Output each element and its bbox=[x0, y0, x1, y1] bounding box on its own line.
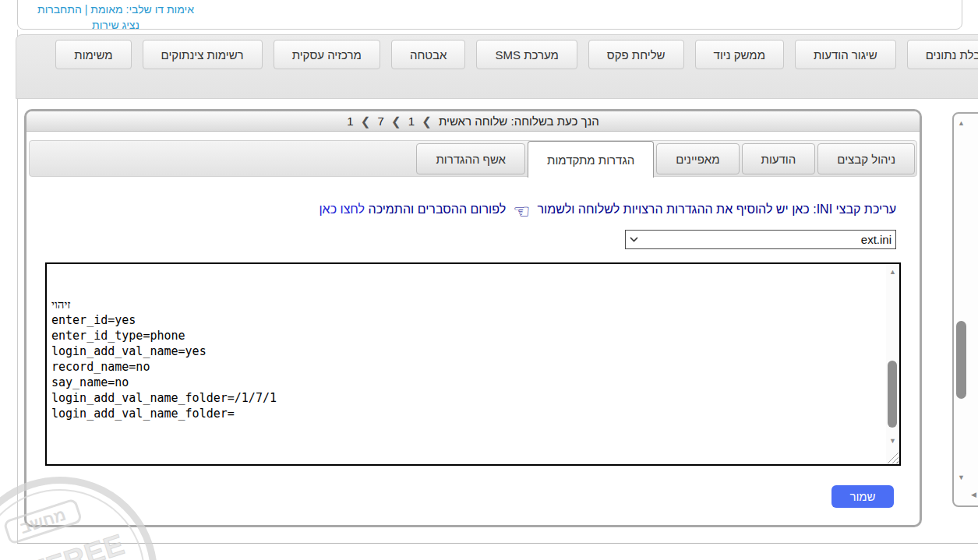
service-agent-link[interactable]: נציג שירות bbox=[32, 18, 199, 33]
scroll-left-icon[interactable]: ◀ bbox=[971, 491, 976, 498]
breadcrumb-level-2[interactable]: 7 bbox=[377, 114, 383, 128]
forum-help-link[interactable]: לחצו כאן bbox=[319, 203, 365, 216]
tab-file-management[interactable]: ניהול קבצים bbox=[817, 143, 915, 174]
scroll-down-icon[interactable]: ▼ bbox=[886, 436, 899, 446]
account-status[interactable]: אימות דו שלבי: מאומת | התחברות bbox=[32, 2, 199, 17]
pointing-hand-icon: ☜ bbox=[513, 203, 530, 219]
nav-tab-security[interactable]: אבטחה bbox=[391, 40, 466, 69]
chevron-left-icon: ❮ bbox=[418, 111, 436, 131]
nav-tab-data-reception[interactable]: ניהול קבלת נתונים bbox=[907, 40, 978, 69]
nav-tab-business-pbx[interactable]: מרכזיה עסקית bbox=[274, 40, 380, 69]
settings-tab-strip: ניהול קבצים הודעות מאפיינים הגדרות מתקדמ… bbox=[29, 140, 917, 177]
main-nav-tabs: ניהול קבלת נתונים שיגור הודעות ממשק ניוד… bbox=[55, 40, 978, 69]
nav-tab-send-fax[interactable]: שליחת פקס bbox=[588, 40, 684, 69]
side-scrollbar-thumb[interactable] bbox=[956, 321, 966, 399]
chevron-left-icon: ❮ bbox=[357, 111, 375, 131]
scroll-up-icon[interactable]: ▲ bbox=[886, 267, 899, 276]
ini-file-select[interactable]: ext.ini bbox=[625, 230, 896, 249]
nav-tab-tasks[interactable]: משימות bbox=[55, 40, 131, 69]
breadcrumb: הנך כעת בשלוחה: שלוחה ראשית ❮ 1 ❮ 7 ❮ 1 bbox=[26, 111, 920, 132]
nav-tab-porting-interface[interactable]: ממשק ניוד bbox=[695, 40, 784, 69]
textarea-scrollbar-thumb[interactable] bbox=[888, 361, 897, 428]
chevron-left-icon: ❮ bbox=[387, 111, 405, 131]
nav-tab-sms-system[interactable]: מערכת SMS bbox=[476, 40, 577, 69]
forum-help-text: לפורום ההסברים והתמיכה לחצו כאן bbox=[319, 203, 506, 217]
nav-tab-callback-lists[interactable]: רשימות צינתוקים bbox=[143, 40, 263, 69]
ini-file-select-value: ext.ini bbox=[861, 233, 895, 246]
tab-properties[interactable]: מאפיינים bbox=[656, 143, 739, 174]
resize-grip-icon[interactable] bbox=[887, 452, 899, 463]
page: { "account_bar": { "status_line": "אימות… bbox=[0, 0, 978, 560]
ini-editor-textarea[interactable] bbox=[47, 264, 886, 464]
tab-advanced-settings[interactable]: הגדרות מתקדמות bbox=[528, 141, 654, 178]
nav-tab-send-messages[interactable]: שיגור הודעות bbox=[795, 40, 896, 69]
ini-instruction-line: עריכת קבצי INI: כאן יש להוסיף את ההגדרות… bbox=[319, 202, 896, 217]
account-box: אימות דו שלבי: מאומת | התחברות נציג שירו… bbox=[17, 0, 962, 30]
save-button[interactable]: שמור bbox=[831, 485, 894, 508]
breadcrumb-level-1[interactable]: 1 bbox=[408, 114, 415, 128]
extension-panel: הנך כעת בשלוחה: שלוחה ראשית ❮ 1 ❮ 7 ❮ 1 … bbox=[24, 109, 922, 527]
tab-settings-wizard[interactable]: אשף ההגדרות bbox=[416, 143, 525, 174]
main-nav-band: ניהול קבלת נתונים שיגור הודעות ממשק ניוד… bbox=[16, 34, 978, 99]
file-select-row: ext.ini bbox=[625, 230, 896, 249]
ini-editor-frame: ▲ ▼ bbox=[45, 262, 901, 466]
scroll-up-icon[interactable]: ▲ bbox=[955, 118, 968, 128]
chevron-down-icon bbox=[626, 237, 638, 242]
watermark-main-label: NETFREE bbox=[0, 528, 129, 560]
textarea-scrollbar[interactable]: ▲ ▼ bbox=[886, 264, 899, 464]
scroll-down-icon[interactable]: ▼ bbox=[955, 473, 968, 482]
tab-messages[interactable]: הודעות bbox=[742, 143, 816, 174]
breadcrumb-level-3[interactable]: 1 bbox=[347, 114, 353, 128]
breadcrumb-title: הנך כעת בשלוחה: שלוחה ראשית bbox=[439, 114, 599, 128]
forum-help-label: לפורום ההסברים והתמיכה bbox=[368, 203, 506, 216]
ini-instruction-text: עריכת קבצי INI: כאן יש להוסיף את ההגדרות… bbox=[538, 203, 896, 217]
footer-divider bbox=[17, 543, 978, 544]
page-left-border bbox=[17, 30, 18, 544]
side-scroll-panel[interactable]: ▲ ▼ ◀ bbox=[952, 112, 978, 507]
